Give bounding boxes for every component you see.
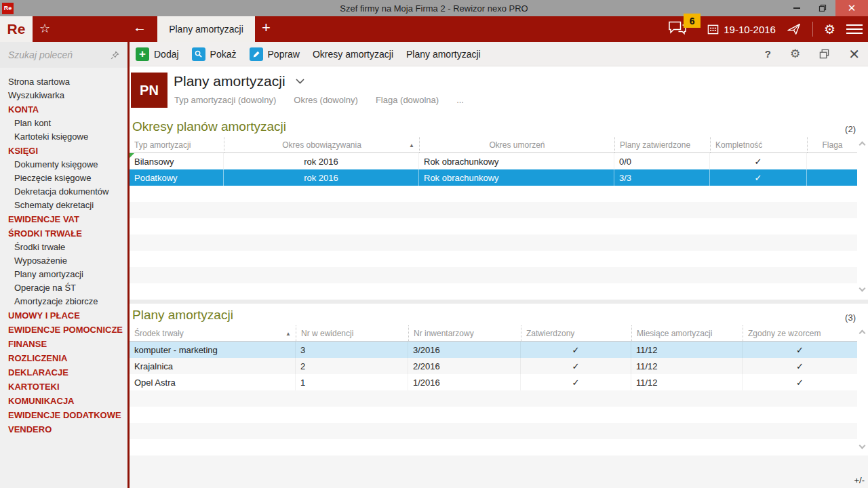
table-cell: 1 — [296, 374, 408, 390]
column-header-zatwierdzony[interactable]: Zatwierdzony — [521, 325, 631, 341]
checkmark-icon: ✓ — [710, 169, 807, 186]
table-header-row: Środek trwały▲Nr w ewidencjiNr inwentarz… — [130, 325, 857, 342]
new-tab-button[interactable]: + — [262, 19, 271, 37]
column-header-okres-obowiązywania[interactable]: Okres obowiązywania▲ — [224, 137, 419, 152]
table-cell: Podatkowy — [130, 169, 224, 186]
table-cell: Opel Astra — [130, 374, 296, 390]
scroll-up-icon[interactable] — [859, 330, 866, 337]
sidebar-item-strona-startowa[interactable]: Strona startowa — [0, 75, 127, 88]
column-header-zgodny-ze-wzorcem[interactable]: Zgodny ze wzorcem — [743, 325, 857, 341]
table-row[interactable]: Bilansowyrok 2016Rok obrachunkowy0/0✓ — [130, 153, 857, 169]
table-0: Typ amortyzacjiOkres obowiązywania▲Okres… — [130, 137, 857, 300]
cascade-windows-icon[interactable] — [819, 49, 829, 59]
adjust-columns-control[interactable]: +/- — [854, 475, 865, 485]
chevron-down-icon[interactable] — [296, 79, 304, 84]
sidebar-item-środki-trwałe[interactable]: ŚRODKI TRWAŁE — [0, 226, 127, 240]
sidebar-item-wyszukiwarka[interactable]: Wyszukiwarka — [0, 88, 127, 102]
page-header: PN Plany amortyzacji Typ amortyzacji (do… — [130, 66, 868, 111]
pin-icon[interactable] — [111, 51, 119, 60]
notifications-button[interactable]: 6 — [668, 20, 696, 38]
sidebar-item-ewidencje-pomocnicze[interactable]: EWIDENCJE POMOCNICZE — [0, 322, 127, 336]
back-arrow-icon[interactable]: ← — [133, 20, 146, 35]
section-title: Okresy planów amortyzacji — [132, 119, 286, 134]
column-header-okres-umorzeń[interactable]: Okres umorzeń — [419, 137, 614, 152]
sidebar-item-rozliczenia[interactable]: ROZLICZENIA — [0, 350, 127, 365]
restore-button[interactable] — [810, 0, 835, 16]
column-header-nr-inwentarzowy[interactable]: Nr inwentarzowy — [408, 325, 521, 341]
minimize-button[interactable] — [784, 0, 810, 16]
filter-typ-amortyzacji-dowolny[interactable]: Typ amortyzacji (dowolny) — [174, 95, 276, 105]
filter-flaga-dowolna[interactable]: Flaga (dowolna) — [376, 95, 439, 105]
filter-[interactable]: ... — [456, 95, 464, 105]
toolbar-button-label: Okresy amortyzacji — [313, 49, 393, 60]
notification-count-badge: 6 — [684, 14, 701, 28]
column-header-typ-amortyzacji[interactable]: Typ amortyzacji — [130, 137, 224, 152]
sidebar-item-pieczęcie-księgowe[interactable]: Pieczęcie księgowe — [0, 171, 127, 184]
module-badge-text: PN — [140, 83, 159, 98]
toolbar-button-popraw[interactable]: Popraw — [250, 47, 300, 61]
column-header-kompletność[interactable]: Kompletność — [710, 137, 807, 152]
sidebar-item-schematy-dekretacji[interactable]: Schematy dekretacji — [0, 198, 127, 211]
checkmark-icon: ✓ — [743, 358, 857, 374]
scroll-down-icon[interactable] — [859, 443, 866, 449]
date-picker[interactable]: 19-10-2016 — [707, 24, 776, 35]
app-logo-text: Re — [7, 21, 26, 37]
table-row[interactable]: Opel Astra11/2016✓11/12✓ — [130, 374, 857, 390]
scroll-up-icon[interactable] — [859, 142, 866, 148]
send-icon[interactable] — [787, 22, 802, 36]
filter-okres-dowolny[interactable]: Okres (dowolny) — [294, 95, 358, 105]
scroll-down-icon[interactable] — [859, 285, 866, 292]
sidebar-item-wyposażenie[interactable]: Wyposażenie — [0, 253, 127, 267]
command-search[interactable]: Szukaj poleceń — [0, 42, 127, 68]
sidebar-item-kartoteki-księgowe[interactable]: Kartoteki księgowe — [0, 129, 127, 143]
sidebar-item-dekretacja-dokumentów[interactable]: Dekretacja dokumentów — [0, 184, 127, 198]
toolbar-button-plany-amortyzacji[interactable]: Plany amortyzacji — [406, 49, 481, 60]
sidebar-item-konta[interactable]: KONTA — [0, 102, 127, 116]
toolbar-button-label: Dodaj — [154, 49, 179, 60]
column-header-środek-trwały[interactable]: Środek trwały▲ — [130, 325, 296, 341]
page-title-row: Plany amortyzacji — [174, 73, 304, 89]
sidebar-item-księgi[interactable]: KSIĘGI — [0, 143, 127, 157]
column-header-flaga[interactable]: Flaga — [807, 137, 857, 152]
sidebar-item-operacje-na-śt[interactable]: Operacje na ŚT — [0, 281, 127, 294]
sidebar-item-finanse[interactable]: FINANSE — [0, 336, 127, 350]
sidebar-item-plan-kont[interactable]: Plan kont — [0, 116, 127, 129]
sidebar-item-vendero[interactable]: VENDERO — [0, 422, 127, 436]
column-header-nr-w-ewidencji[interactable]: Nr w ewidencji — [296, 325, 408, 341]
column-header-miesiące-amortyzacji[interactable]: Miesiące amortyzacji — [631, 325, 743, 341]
close-window-button[interactable]: ✕ — [835, 0, 868, 16]
column-header-plany-zatwierdzone[interactable]: Plany zatwierdzone — [614, 137, 710, 152]
sidebar-item-plany-amortyzacji[interactable]: Plany amortyzacji — [0, 267, 127, 281]
sidebar-item-kartoteki[interactable]: KARTOTEKI — [0, 379, 127, 393]
sidebar-item-umowy-i-płace[interactable]: UMOWY I PŁACE — [0, 308, 127, 322]
sidebar: Szukaj poleceń Strona startowaWyszukiwar… — [0, 42, 127, 488]
app-icon: Re — [2, 3, 14, 14]
section-count: (3) — [845, 312, 856, 323]
menu-hamburger-icon[interactable] — [846, 22, 863, 37]
appbar: Re ☆ ← Plany amortyzacji + 6 19-10-2016 — [0, 16, 868, 42]
close-module-icon[interactable]: ✕ — [848, 47, 860, 61]
table-row[interactable]: Podatkowyrok 2016Rok obrachunkowy3/3✓ — [130, 169, 857, 186]
module-settings-gear-icon[interactable]: ⚙ — [790, 48, 800, 60]
toolbar-button-pokaż[interactable]: Pokaż — [192, 47, 237, 61]
tab-plany-amortyzacji[interactable]: Plany amortyzacji — [157, 16, 255, 42]
restore-icon — [818, 4, 827, 12]
settings-gear-icon[interactable]: ⚙ — [824, 23, 835, 36]
pencil-icon — [250, 47, 263, 61]
favorites-star-icon[interactable]: ☆ — [39, 21, 50, 36]
close-icon: ✕ — [848, 2, 856, 14]
sidebar-item-amortyzacje-zbiorcze[interactable]: Amortyzacje zbiorcze — [0, 294, 127, 308]
table-row[interactable]: Krajalnica22/2016✓11/12✓ — [130, 358, 857, 374]
app-logo[interactable]: Re — [0, 16, 33, 42]
table-row[interactable]: komputer - marketing33/2016✓11/12✓ — [130, 342, 857, 358]
help-button[interactable]: ? — [765, 48, 771, 60]
sidebar-item-ewidencje-dodatkowe[interactable]: EWIDENCJE DODATKOWE — [0, 407, 127, 422]
toolbar-button-okresy-amortyzacji[interactable]: Okresy amortyzacji — [313, 49, 393, 60]
table-cell — [807, 153, 857, 169]
sidebar-item-komunikacja[interactable]: KOMUNIKACJA — [0, 393, 127, 407]
sidebar-item-środki-trwałe[interactable]: Środki trwałe — [0, 240, 127, 253]
sidebar-item-ewidencje-vat[interactable]: EWIDENCJE VAT — [0, 211, 127, 226]
toolbar-button-dodaj[interactable]: +Dodaj — [136, 47, 179, 61]
sidebar-item-dokumenty-księgowe[interactable]: Dokumenty księgowe — [0, 157, 127, 171]
sidebar-item-deklaracje[interactable]: DEKLARACJE — [0, 365, 127, 379]
